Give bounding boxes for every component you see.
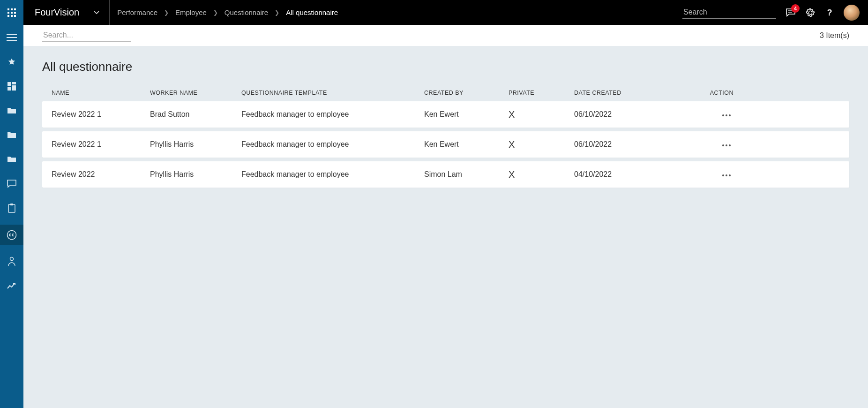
gear-icon <box>805 8 816 18</box>
td-date: 04/10/2022 <box>574 170 691 179</box>
svg-rect-15 <box>7 82 11 86</box>
brand-name: FourVision <box>35 7 79 18</box>
svg-point-22 <box>10 257 14 261</box>
td-date: 06/10/2022 <box>574 140 691 149</box>
top-header: FourVision Performance ❯ Employee ❯ Ques… <box>0 0 868 25</box>
sidebar-item-person[interactable] <box>0 254 23 270</box>
th-name: NAME <box>52 90 150 96</box>
td-created-by: Simon Lam <box>424 170 509 179</box>
star-icon <box>7 58 16 66</box>
td-private: X <box>509 139 574 150</box>
th-action: ACTION <box>691 90 733 96</box>
notifications-button[interactable]: 4 <box>786 8 796 17</box>
th-created-by: CREATED BY <box>424 90 509 96</box>
td-template: Feedback manager to employee <box>241 170 424 179</box>
svg-rect-19 <box>8 204 15 212</box>
td-date: 06/10/2022 <box>574 110 691 119</box>
chevron-right-icon: ❯ <box>164 9 169 16</box>
row-action-button[interactable] <box>719 172 733 179</box>
svg-rect-5 <box>14 12 16 14</box>
svg-rect-2 <box>14 8 16 10</box>
td-template: Feedback manager to employee <box>241 110 424 119</box>
row-action-button[interactable] <box>719 112 733 119</box>
td-name: Review 2022 1 <box>52 140 150 149</box>
th-private: PRIVATE <box>509 90 574 96</box>
help-icon: ? <box>825 8 834 17</box>
settings-button[interactable] <box>805 8 816 18</box>
header-actions: 4 ? <box>786 5 868 21</box>
breadcrumb: Performance ❯ Employee ❯ Questionnaire ❯… <box>110 8 338 16</box>
svg-rect-20 <box>10 204 13 205</box>
chevron-right-icon: ❯ <box>213 9 218 16</box>
folder-icon <box>7 156 16 163</box>
td-action <box>691 110 733 119</box>
svg-rect-6 <box>7 15 9 17</box>
page-search-input[interactable] <box>42 29 131 42</box>
toolbar: 3 Item(s) <box>23 25 868 46</box>
th-worker: WORKER NAME <box>150 90 241 96</box>
sidebar-item-folder-1[interactable] <box>0 103 23 119</box>
svg-rect-8 <box>14 15 16 17</box>
td-worker: Phyllis Harris <box>150 140 241 149</box>
svg-rect-16 <box>12 82 16 84</box>
svg-rect-4 <box>11 12 13 14</box>
notification-badge: 4 <box>791 4 800 13</box>
folder-icon <box>7 107 16 114</box>
hamburger-icon <box>7 34 17 41</box>
help-button[interactable]: ? <box>825 8 834 17</box>
table-row[interactable]: Review 2022 1 Brad Sutton Feedback manag… <box>42 101 849 128</box>
td-name: Review 2022 <box>52 170 150 179</box>
folder-icon <box>7 131 16 139</box>
waffle-button[interactable] <box>0 0 23 25</box>
breadcrumb-item[interactable]: Questionnaire <box>224 8 268 16</box>
td-template: Feedback manager to employee <box>241 140 424 149</box>
breadcrumb-item-current: All questionnaire <box>286 8 338 16</box>
sidebar <box>0 25 23 408</box>
sidebar-item-license[interactable] <box>0 225 23 245</box>
th-date: DATE CREATED <box>574 90 691 96</box>
global-search-input[interactable] <box>682 6 776 19</box>
item-count: 3 Item(s) <box>820 31 849 40</box>
svg-rect-0 <box>7 8 9 10</box>
chevron-right-icon: ❯ <box>275 9 279 16</box>
breadcrumb-item[interactable]: Employee <box>175 8 207 16</box>
sidebar-item-folder-3[interactable] <box>0 151 23 167</box>
sidebar-item-chat[interactable] <box>0 176 23 192</box>
td-created-by: Ken Ewert <box>424 140 509 149</box>
user-avatar[interactable] <box>844 5 860 21</box>
td-name: Review 2022 1 <box>52 110 150 119</box>
sidebar-item-folder-2[interactable] <box>0 127 23 143</box>
brand-area[interactable]: FourVision <box>23 0 110 25</box>
td-action <box>691 170 733 179</box>
table-row[interactable]: Review 2022 Phyllis Harris Feedback mana… <box>42 161 849 188</box>
cc-icon <box>7 230 17 240</box>
trend-icon <box>7 283 16 289</box>
table-row[interactable]: Review 2022 1 Phyllis Harris Feedback ma… <box>42 131 849 158</box>
chevron-down-icon <box>93 9 100 16</box>
td-worker: Phyllis Harris <box>150 170 241 179</box>
dashboard-icon <box>7 82 16 91</box>
chat-icon <box>7 180 16 188</box>
td-action <box>691 140 733 149</box>
svg-rect-18 <box>7 87 11 91</box>
svg-rect-17 <box>12 85 16 91</box>
content-area: All questionnaire NAME WORKER NAME QUEST… <box>23 46 868 408</box>
main-content: 3 Item(s) All questionnaire NAME WORKER … <box>23 25 868 408</box>
sidebar-item-clipboard[interactable] <box>0 200 23 216</box>
svg-text:?: ? <box>827 8 832 17</box>
person-lock-icon <box>7 257 16 267</box>
svg-rect-3 <box>7 12 9 14</box>
svg-rect-1 <box>11 8 13 10</box>
breadcrumb-item[interactable]: Performance <box>117 8 157 16</box>
td-private: X <box>509 169 574 180</box>
sidebar-item-dashboard[interactable] <box>0 78 23 94</box>
sidebar-item-favorites[interactable] <box>0 54 23 70</box>
sidebar-item-trend[interactable] <box>0 278 23 294</box>
td-private: X <box>509 109 574 120</box>
row-action-button[interactable] <box>719 142 733 149</box>
waffle-icon <box>7 8 16 17</box>
svg-rect-7 <box>11 15 13 17</box>
sidebar-toggle[interactable] <box>0 30 23 45</box>
table-header: NAME WORKER NAME QUESTIONNAIRE TEMPLATE … <box>42 84 849 101</box>
clipboard-icon <box>8 204 15 213</box>
